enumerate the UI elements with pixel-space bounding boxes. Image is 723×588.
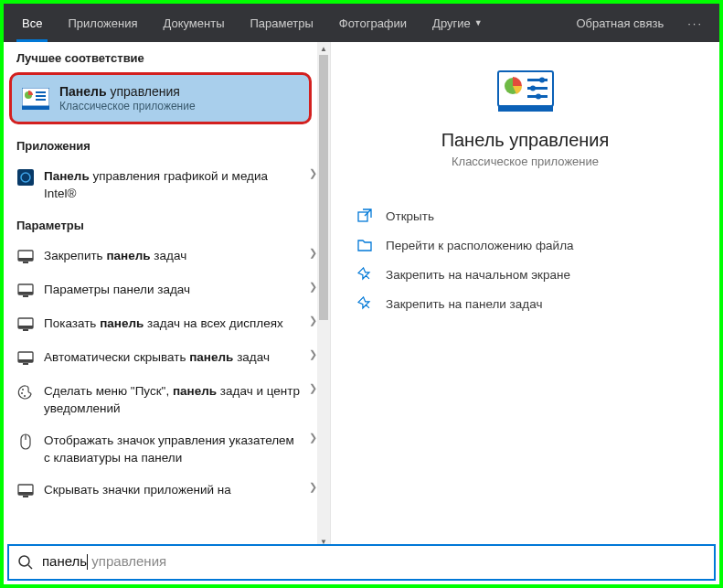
app-result-label: Панель управления графикой и медиа Intel…: [44, 167, 302, 202]
svg-rect-12: [18, 292, 33, 294]
setting-result[interactable]: Показать панель задач на всех дисплеях ❯: [4, 307, 330, 341]
chevron-right-icon: ❯: [302, 481, 317, 493]
pin-icon: [356, 295, 373, 312]
tab-settings[interactable]: Параметры: [237, 4, 325, 42]
preview-subtitle: Классическое приложение: [353, 155, 697, 168]
svg-rect-10: [23, 262, 28, 263]
best-match-subtitle: Классическое приложение: [59, 100, 196, 112]
svg-point-32: [539, 78, 545, 83]
chevron-right-icon: ❯: [302, 315, 317, 326]
chevron-right-icon: ❯: [302, 247, 317, 259]
setting-result[interactable]: Параметры панели задач ❯: [4, 273, 330, 307]
svg-rect-37: [358, 212, 367, 221]
more-menu[interactable]: ···: [676, 4, 714, 42]
svg-rect-5: [36, 99, 46, 101]
svg-point-38: [19, 556, 29, 566]
svg-rect-19: [23, 363, 28, 365]
svg-rect-18: [18, 359, 33, 362]
intel-icon: [16, 168, 35, 187]
svg-rect-1: [22, 106, 49, 110]
svg-point-34: [530, 86, 536, 91]
action-open-location[interactable]: Перейти к расположению файла: [353, 230, 697, 260]
svg-point-20: [22, 389, 24, 390]
folder-icon: [356, 237, 373, 253]
open-icon: [356, 208, 373, 224]
search-input[interactable]: панель управления: [7, 544, 716, 581]
scrollbar[interactable]: ▲ ▼: [317, 42, 330, 548]
settings-header: Параметры: [4, 209, 330, 240]
best-match-result[interactable]: Панель управления Классическое приложени…: [9, 72, 312, 124]
action-open[interactable]: Открыть: [353, 201, 697, 230]
tab-apps[interactable]: Приложения: [55, 4, 150, 42]
svg-rect-29: [498, 106, 553, 112]
mouse-icon: [16, 433, 35, 451]
best-match-title: Панель управления: [59, 84, 196, 99]
chevron-down-icon: ▼: [474, 18, 483, 27]
svg-rect-27: [23, 496, 28, 497]
setting-result[interactable]: Закрепить панель задач ❯: [4, 240, 330, 273]
scroll-up-icon[interactable]: ▲: [317, 42, 330, 55]
preview-title: Панель управления: [353, 130, 697, 151]
svg-rect-4: [36, 95, 46, 97]
chevron-right-icon: ❯: [302, 167, 317, 179]
control-panel-icon: [21, 86, 50, 112]
svg-rect-16: [23, 329, 28, 331]
pin-icon: [356, 266, 373, 283]
svg-rect-13: [23, 295, 28, 297]
svg-rect-15: [18, 326, 33, 328]
setting-result[interactable]: Скрывать значки приложений на ❯: [4, 474, 330, 508]
tab-other[interactable]: Другие▼: [420, 4, 495, 42]
svg-point-36: [536, 94, 541, 100]
tab-all[interactable]: Все: [9, 4, 55, 42]
monitor-icon: [16, 282, 35, 300]
top-tabbar: Все Приложения Документы Параметры Фотог…: [4, 4, 719, 42]
svg-line-39: [28, 565, 32, 569]
monitor-icon: [16, 248, 35, 266]
search-icon: [9, 554, 42, 571]
setting-result[interactable]: Отображать значок управления указателем …: [4, 424, 330, 474]
chevron-right-icon: ❯: [302, 432, 317, 444]
svg-rect-26: [18, 492, 33, 495]
control-panel-large-icon: [496, 69, 555, 113]
apps-header: Приложения: [4, 130, 330, 160]
monitor-icon: [16, 482, 35, 500]
feedback-link[interactable]: Обратная связь: [563, 4, 676, 42]
setting-result[interactable]: Сделать меню "Пуск", панель задач и цент…: [4, 375, 330, 424]
monitor-icon: [16, 315, 35, 334]
scroll-thumb[interactable]: [319, 55, 328, 320]
app-result-intel[interactable]: Панель управления графикой и медиа Intel…: [4, 160, 330, 209]
tab-documents[interactable]: Документы: [150, 4, 237, 42]
svg-point-21: [21, 392, 23, 394]
setting-result[interactable]: Автоматически скрывать панель задач ❯: [4, 341, 330, 375]
svg-rect-6: [17, 169, 34, 186]
chevron-right-icon: ❯: [302, 382, 317, 394]
results-panel: Лучшее соответствие Панель управления Кл…: [4, 42, 331, 548]
search-query: панель управления: [42, 553, 166, 572]
action-pin-start[interactable]: Закрепить на начальном экране: [353, 260, 697, 289]
monitor-icon: [16, 349, 35, 368]
svg-rect-3: [36, 91, 46, 93]
best-match-header: Лучшее соответствие: [4, 42, 330, 72]
tab-photos[interactable]: Фотографии: [326, 4, 420, 42]
preview-panel: Панель управления Классическое приложени…: [331, 42, 719, 548]
palette-icon: [16, 383, 35, 401]
action-pin-taskbar[interactable]: Закрепить на панели задач: [353, 289, 697, 318]
svg-rect-9: [18, 258, 33, 261]
chevron-right-icon: ❯: [302, 281, 317, 293]
chevron-right-icon: ❯: [302, 348, 317, 360]
svg-point-22: [24, 395, 26, 397]
